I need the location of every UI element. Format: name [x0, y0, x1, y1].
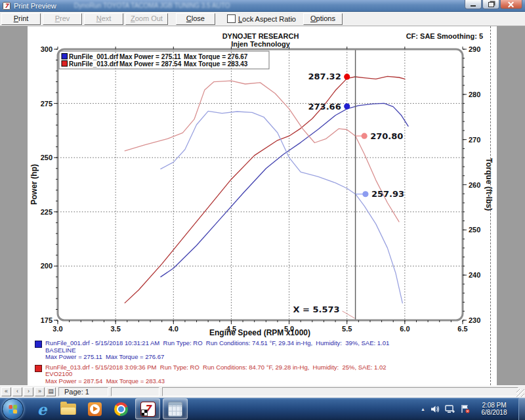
left-tick-label: 225: [41, 208, 52, 216]
legend-file-1: RunFile_001.drf: [69, 53, 119, 60]
taskbar-explorer-folder-icon[interactable]: [56, 399, 80, 419]
left-axis-title: Power (hp): [30, 164, 39, 205]
restore-button[interactable]: [482, 0, 499, 9]
legend-swatch-red: [62, 61, 68, 67]
x-tick-label: 3.0: [52, 325, 62, 333]
statusbar-section: [162, 387, 518, 396]
prev-page-button: Prev: [43, 13, 82, 25]
legend-torque-2: Max Torque = 283.43: [184, 60, 248, 68]
x-tick-label: 6.0: [400, 325, 410, 333]
show-hidden-icons-button[interactable]: ▲: [421, 407, 425, 411]
next-page-nav-button[interactable]: ›: [24, 387, 33, 396]
chart-correction-note: CF: SAE Smoothing: 5: [406, 32, 483, 40]
close-preview-button[interactable]: Close: [176, 13, 215, 25]
run1-details: RunFile_001.drf - 5/15/2018 10:31:21 AM …: [35, 340, 491, 361]
resize-grip[interactable]: [516, 389, 524, 397]
taskbar-dyno-app-button[interactable]: 7: [135, 398, 160, 419]
marker-dot: [344, 103, 350, 109]
show-desktop-button[interactable]: [518, 398, 525, 420]
previous-page-button[interactable]: ‹: [12, 387, 22, 396]
zoom-out-button: Zoom Out: [125, 13, 168, 25]
report-page: DYNOJET RESEARCH Injen Technology CF: SA…: [28, 26, 497, 385]
run2-details: RunFile_013.drf - 5/15/2018 3:09:36 PM R…: [35, 364, 491, 385]
minimize-button[interactable]: [465, 0, 482, 9]
legend-file-2: RunFile_013.drf: [69, 60, 119, 68]
left-tick-label: 175: [41, 316, 52, 324]
x-tick-label: 6.5: [457, 325, 467, 333]
page-margin-indicator: [490, 26, 491, 385]
run1-max-values: Max Power = 275.11 Max Torque = 276.67: [45, 354, 389, 361]
checkered-flag-icon: [142, 410, 147, 415]
window-titlebar: 7 Print Preview DynoRun TOYOTA TACOMA JG…: [0, 0, 525, 12]
chart-subtitle: Injen Technology: [231, 40, 291, 48]
close-window-button[interactable]: [500, 0, 522, 9]
print-preview-toolbar: Print Prev Next Zoom Out Close Lock Aspe…: [0, 12, 525, 26]
right-axis-title: Torque (ft-lbs): [484, 158, 494, 211]
run1-conditions: RunFile_001.drf - 5/15/2018 10:31:21 AM …: [45, 340, 389, 347]
statusbar-section: [111, 387, 159, 396]
right-tick-label: 290: [469, 45, 480, 53]
cursor-x-label: X = 5.573: [293, 304, 339, 314]
cursor-label-leader: [343, 311, 355, 318]
marker-dot: [362, 191, 368, 197]
taskbar-media-player-icon[interactable]: [83, 399, 106, 419]
options-button[interactable]: Options: [303, 13, 343, 25]
screen: 7 Print Preview DynoRun TOYOTA TACOMA JG…: [0, 0, 525, 420]
marker-dot: [344, 74, 350, 79]
right-tick-label: 240: [469, 271, 480, 279]
lock-aspect-ratio-checkbox[interactable]: [227, 14, 236, 23]
last-page-button[interactable]: »: [35, 387, 45, 396]
run2-color-swatch: [35, 365, 42, 372]
calculator-icon: [168, 402, 182, 417]
legend-torque-1: Max Torque = 276.67: [184, 53, 248, 60]
x-axis-title: Engine Speed (RPM x1000): [209, 328, 310, 337]
print-button[interactable]: Print: [1, 13, 41, 25]
x-tick-label: 5.0: [284, 325, 294, 333]
curve-power-runfile013: [125, 76, 405, 303]
first-page-button[interactable]: «: [1, 387, 11, 396]
window-controls: [465, 0, 522, 9]
run2-name: EVO2100: [45, 371, 387, 378]
x-tick-label: 4.5: [226, 325, 236, 333]
taskbar-internet-explorer-icon[interactable]: e: [30, 399, 54, 419]
curve-torque-runfile001: [161, 111, 402, 303]
right-tick-label: 270: [469, 136, 480, 144]
volume-icon[interactable]: [430, 405, 440, 413]
taskbar-calculator-button[interactable]: [163, 398, 188, 419]
taskbar-clock[interactable]: 2:08 PM 6/8/2018: [475, 402, 513, 417]
marker-value-label: 287.32: [308, 72, 341, 81]
plot-frame: [58, 49, 463, 320]
app-icon: 7: [3, 2, 10, 10]
folder-icon: [60, 404, 76, 415]
left-tick-label: 275: [41, 100, 52, 108]
legend-power-2: Max Power = 287.54: [119, 60, 182, 68]
page-number-indicator: Page: 1: [58, 387, 108, 396]
media-player-icon: [88, 402, 102, 416]
run2-max-values: Max Power = 287.54 Max Torque = 283.43: [45, 378, 387, 385]
chart-legend: RunFile_001.drf Max Power = 275.11 Max T…: [59, 51, 269, 69]
network-icon[interactable]: [445, 405, 455, 413]
dyno-chart: DYNOJET RESEARCH Injen Technology CF: SA…: [28, 26, 497, 385]
window-title: Print Preview: [14, 2, 56, 10]
page-setup-icon[interactable]: ▤: [46, 387, 56, 396]
statusbar: « ‹ › » ▤ Page: 1: [0, 385, 525, 398]
right-tick-label: 230: [469, 316, 480, 324]
action-center-flag-icon[interactable]: [461, 404, 470, 413]
next-page-button: Next: [84, 13, 123, 25]
start-button[interactable]: [2, 398, 24, 420]
marker-value-label: 273.66: [308, 102, 341, 112]
lock-aspect-ratio-label: Lock Aspect Ratio: [238, 15, 296, 23]
run1-color-swatch: [35, 341, 42, 348]
clock-time: 2:08 PM: [475, 402, 513, 410]
curve-torque-runfile013: [125, 81, 399, 222]
left-tick-label: 250: [41, 154, 52, 161]
legend-swatch-blue: [62, 54, 68, 60]
blurred-title-text: DynoRun TOYOTA TACOMA JGB TUNING 3.5 AUT…: [74, 2, 230, 9]
legend-power-1: Max Power = 275.11: [119, 53, 181, 60]
taskbar: e 7 ▲: [0, 398, 525, 420]
run-details: RunFile_001.drf - 5/15/2018 10:31:21 AM …: [35, 340, 491, 385]
right-tick-label: 250: [469, 226, 480, 234]
taskbar-chrome-icon[interactable]: [109, 399, 133, 419]
dyno-app-icon: 7: [141, 402, 155, 416]
x-tick-label: 3.5: [110, 325, 120, 333]
